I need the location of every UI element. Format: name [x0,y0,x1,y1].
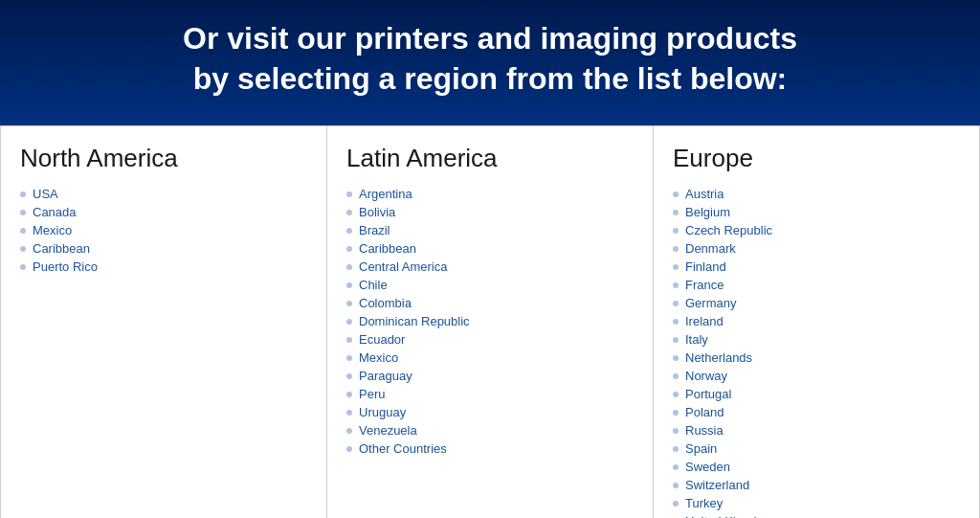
country-link[interactable]: Switzerland [685,478,749,492]
country-link[interactable]: Denmark [685,241,736,256]
list-item: Ireland [673,314,960,328]
country-link[interactable]: Sweden [685,460,730,474]
country-link[interactable]: Peru [359,387,385,401]
bullet-icon [673,355,679,361]
list-item: Dominican Republic [346,314,634,328]
country-link[interactable]: Netherlands [685,350,752,365]
bullet-icon [673,446,679,452]
country-link[interactable]: Norway [685,369,727,383]
bullet-icon [346,282,352,288]
country-link[interactable]: Russia [685,423,724,438]
region-heading-latin-america: Latin America [346,144,634,173]
bullet-icon [673,210,679,215]
country-link[interactable]: Belgium [685,205,730,219]
list-item: Norway [673,369,960,383]
country-link[interactable]: Bolivia [359,205,395,219]
bullet-icon [673,464,679,470]
list-item: Sweden [673,460,960,474]
bullet-icon [20,246,26,252]
list-item: Peru [346,387,634,401]
country-link[interactable]: Turkey [685,496,723,510]
bullet-icon [346,373,352,379]
bullet-icon [346,246,352,252]
bullet-icon [20,228,26,234]
list-item: Switzerland [673,478,960,492]
list-item: Colombia [346,296,634,310]
bullet-icon [346,228,352,234]
country-link[interactable]: Finland [685,259,726,274]
bullet-icon [673,264,679,270]
country-link[interactable]: Czech Republic [685,223,772,237]
country-list-north-america: USACanadaMexicoCaribbeanPuerto Rico [20,187,307,274]
bullet-icon [346,264,352,270]
country-link[interactable]: Ecuador [359,332,405,347]
bullet-icon [673,191,679,197]
country-link[interactable]: Canada [33,205,77,219]
bullet-icon [673,337,679,343]
list-item: Turkey [673,496,960,510]
country-link[interactable]: Austria [685,187,724,201]
country-link[interactable]: Chile [359,278,388,292]
list-item: Other Countries [346,441,634,456]
list-item: Austria [673,187,960,201]
region-north-america: North AmericaUSACanadaMexicoCaribbeanPue… [1,126,327,518]
bullet-icon [346,355,352,361]
country-link[interactable]: Venezuela [359,423,417,438]
country-link[interactable]: Paraguay [359,369,412,383]
country-link[interactable]: Italy [685,332,708,347]
bullet-icon [346,191,352,197]
bullet-icon [20,210,26,215]
list-item: Venezuela [346,423,634,438]
bullet-icon [673,428,679,434]
list-item: Uruguay [346,405,634,419]
region-heading-europe: Europe [673,144,960,173]
list-item: Denmark [673,241,960,256]
country-link[interactable]: Colombia [359,296,412,310]
country-link[interactable]: Puerto Rico [33,259,98,274]
list-item: Belgium [673,205,960,219]
list-item: Chile [346,278,634,292]
bullet-icon [673,246,679,252]
country-link[interactable]: Spain [685,441,717,456]
list-item: Mexico [346,350,634,365]
bullet-icon [673,483,679,488]
country-link[interactable]: Uruguay [359,405,406,419]
country-link[interactable]: Mexico [359,350,398,365]
country-link[interactable]: Portugal [685,387,731,401]
country-link[interactable]: Poland [685,405,724,419]
country-link[interactable]: Brazil [359,223,390,237]
country-link[interactable]: Other Countries [359,441,447,456]
country-link[interactable]: Ireland [685,314,724,328]
header: Or visit our printers and imaging produc… [0,0,980,125]
bullet-icon [673,228,679,234]
country-link[interactable]: USA [33,187,58,201]
country-link[interactable]: Central America [359,259,447,274]
list-item: France [673,278,960,292]
bullet-icon [673,319,679,325]
country-list-latin-america: ArgentinaBoliviaBrazilCaribbeanCentral A… [346,187,634,456]
country-link[interactable]: Dominican Republic [359,314,470,328]
bullet-icon [20,191,26,197]
country-link[interactable]: Germany [685,296,736,310]
country-link[interactable]: Caribbean [33,241,90,256]
bullet-icon [673,373,679,379]
list-item: USA [20,187,307,201]
bullet-icon [673,392,679,397]
bullet-icon [346,392,352,397]
bullet-icon [673,282,679,288]
country-link[interactable]: Mexico [33,223,72,237]
country-link[interactable]: France [685,278,724,292]
list-item: Netherlands [673,350,960,365]
list-item: Paraguay [346,369,634,383]
bullet-icon [673,301,679,306]
bullet-icon [346,446,352,452]
bullet-icon [673,501,679,507]
bullet-icon [346,319,352,325]
country-link[interactable]: Caribbean [359,241,416,256]
list-item: Czech Republic [673,223,960,237]
country-link[interactable]: Argentina [359,187,412,201]
list-item: Canada [20,205,307,219]
bullet-icon [673,410,679,416]
bullet-icon [346,301,352,306]
country-link[interactable]: United Kingdom [685,514,774,518]
